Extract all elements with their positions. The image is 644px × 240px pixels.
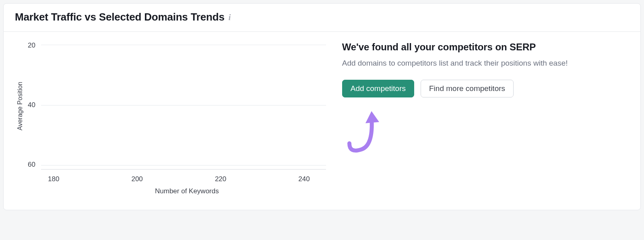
x-label-row: Number of Keywords xyxy=(25,187,326,195)
arrow-annotation-icon xyxy=(341,105,394,157)
market-traffic-card: Market Traffic vs Selected Domains Trend… xyxy=(3,3,641,210)
y-tick: 20 xyxy=(28,41,35,50)
x-tick: 200 xyxy=(131,175,142,183)
chart-inner: 20 40 60 180 200 220 xyxy=(25,41,326,195)
y-tick: 60 xyxy=(28,161,35,169)
x-axis-ticks: 180 200 220 240 xyxy=(48,170,326,183)
promo-description: Add domains to competitors list and trac… xyxy=(342,58,584,69)
x-tick-row: 180 200 220 240 xyxy=(25,170,326,183)
y-axis-label: Average Position xyxy=(15,82,25,130)
find-more-competitors-button[interactable]: Find more competitors xyxy=(421,80,514,98)
y-tick: 40 xyxy=(28,101,35,109)
add-competitors-button[interactable]: Add competitors xyxy=(342,80,414,98)
chart-column: Average Position 20 40 60 xyxy=(15,41,326,195)
promo-column: We've found all your competitors on SERP… xyxy=(342,41,629,195)
info-icon[interactable]: i xyxy=(229,13,231,21)
card-body: Average Position 20 40 60 xyxy=(4,32,640,210)
plot-row: 20 40 60 xyxy=(25,41,326,170)
x-tick: 180 xyxy=(48,175,59,183)
promo-title: We've found all your competitors on SERP xyxy=(342,41,629,53)
x-tick: 220 xyxy=(215,175,226,183)
card-title: Market Traffic vs Selected Domains Trend… xyxy=(15,11,225,23)
plot-area[interactable] xyxy=(41,41,326,170)
button-row: Add competitors Find more competitors xyxy=(342,80,629,98)
y-axis-ticks: 20 40 60 xyxy=(25,41,41,170)
card-header: Market Traffic vs Selected Domains Trend… xyxy=(4,4,640,32)
x-axis-label: Number of Keywords xyxy=(48,187,326,195)
x-tick: 240 xyxy=(298,175,310,183)
